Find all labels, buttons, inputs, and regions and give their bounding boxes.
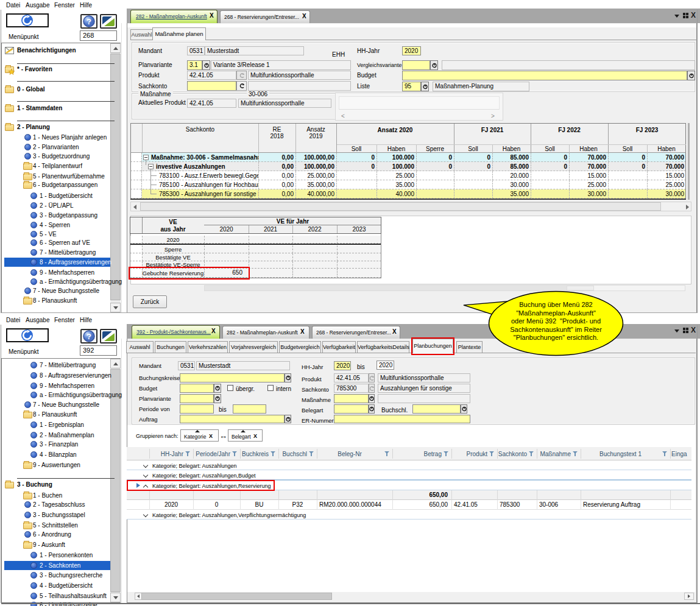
svg-text:?: ?: [87, 332, 91, 341]
svg-text:?: ?: [87, 17, 91, 26]
